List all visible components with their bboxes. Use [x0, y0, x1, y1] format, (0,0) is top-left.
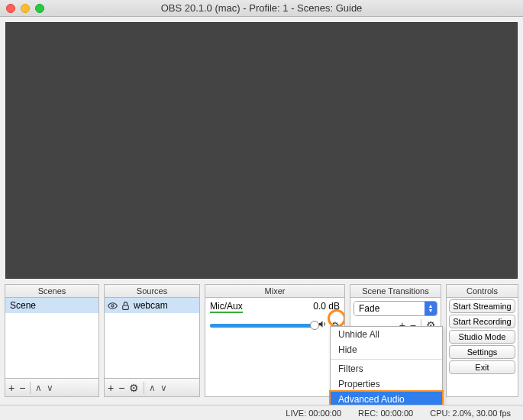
- separator: [144, 382, 144, 394]
- statusbar: LIVE: 00:00:00 REC: 00:00:00 CPU: 2.0%, …: [0, 405, 523, 420]
- scenes-panel: Scenes Scene + − ∧ ∨: [5, 284, 99, 397]
- mixer-channel-level: 0.0 dB: [313, 301, 340, 313]
- sources-list[interactable]: webcam: [105, 298, 199, 378]
- studio-mode-button[interactable]: Studio Mode: [449, 330, 515, 344]
- mixer-panel: Mixer Mic/Aux 0.0 dB ⚙: [205, 284, 345, 397]
- menu-separator: [331, 359, 442, 360]
- transition-selected-value: Fade: [354, 302, 425, 315]
- scenes-footer: + − ∧ ∨: [5, 378, 98, 396]
- source-item[interactable]: webcam: [105, 298, 199, 313]
- source-settings-icon[interactable]: ⚙: [129, 382, 139, 394]
- source-label: webcam: [134, 300, 168, 311]
- status-cpu: CPU: 2.0%, 30.00 fps: [430, 409, 511, 418]
- controls-header: Controls: [447, 285, 518, 298]
- window-traffic-lights: [6, 4, 44, 13]
- sources-panel: Sources webcam + − ⚙ ∧ ∨: [104, 284, 200, 397]
- select-arrows-icon: ▲▼: [425, 302, 437, 315]
- exit-button[interactable]: Exit: [449, 360, 515, 374]
- eye-icon[interactable]: [108, 301, 118, 311]
- scenes-header: Scenes: [5, 285, 98, 298]
- transition-select[interactable]: Fade ▲▼: [354, 301, 437, 316]
- sources-footer: + − ⚙ ∧ ∨: [105, 378, 199, 396]
- move-scene-up-icon[interactable]: ∧: [35, 383, 42, 393]
- move-source-down-icon[interactable]: ∨: [160, 383, 167, 393]
- separator: [30, 382, 31, 394]
- menu-hide[interactable]: Hide: [331, 342, 442, 357]
- add-scene-icon[interactable]: +: [8, 382, 15, 394]
- minimize-icon[interactable]: [21, 4, 30, 13]
- move-scene-down-icon[interactable]: ∨: [47, 383, 53, 393]
- status-live: LIVE: 00:00:00: [286, 409, 341, 418]
- lock-icon[interactable]: [121, 301, 131, 311]
- volume-track[interactable]: [210, 324, 315, 328]
- mixer-channel-name: Mic/Aux: [210, 301, 243, 313]
- move-source-up-icon[interactable]: ∧: [149, 383, 156, 393]
- window-title: OBS 20.1.0 (mac) - Profile: 1 - Scenes: …: [6, 2, 517, 14]
- sources-header: Sources: [105, 285, 199, 298]
- controls-body: Start Streaming Start Recording Studio M…: [447, 298, 518, 396]
- menu-filters[interactable]: Filters: [331, 361, 442, 376]
- menu-properties[interactable]: Properties: [331, 376, 442, 392]
- add-source-icon[interactable]: +: [108, 382, 114, 394]
- scene-item[interactable]: Scene: [5, 298, 98, 313]
- start-streaming-button[interactable]: Start Streaming: [449, 299, 515, 313]
- remove-scene-icon[interactable]: −: [19, 382, 25, 394]
- preview-area[interactable]: [5, 22, 518, 279]
- mixer-body: Mic/Aux 0.0 dB ⚙: [205, 298, 344, 396]
- scenes-list[interactable]: Scene: [5, 298, 98, 378]
- controls-panel: Controls Start Streaming Start Recording…: [446, 284, 518, 397]
- remove-source-icon[interactable]: −: [118, 382, 124, 394]
- status-rec: REC: 00:00:00: [358, 409, 413, 418]
- menu-unhide-all[interactable]: Unhide All: [331, 327, 442, 342]
- volume-thumb[interactable]: [310, 321, 319, 330]
- maximize-icon[interactable]: [35, 4, 44, 13]
- close-icon[interactable]: [6, 4, 15, 13]
- mixer-header: Mixer: [205, 285, 344, 298]
- transitions-header: Scene Transitions: [350, 285, 441, 298]
- svg-point-0: [111, 304, 114, 306]
- start-recording-button[interactable]: Start Recording: [449, 315, 515, 328]
- titlebar: OBS 20.1.0 (mac) - Profile: 1 - Scenes: …: [0, 0, 523, 17]
- settings-button[interactable]: Settings: [449, 345, 515, 359]
- mixer-volume-slider[interactable]: ⚙: [210, 319, 340, 331]
- svg-rect-1: [123, 305, 129, 309]
